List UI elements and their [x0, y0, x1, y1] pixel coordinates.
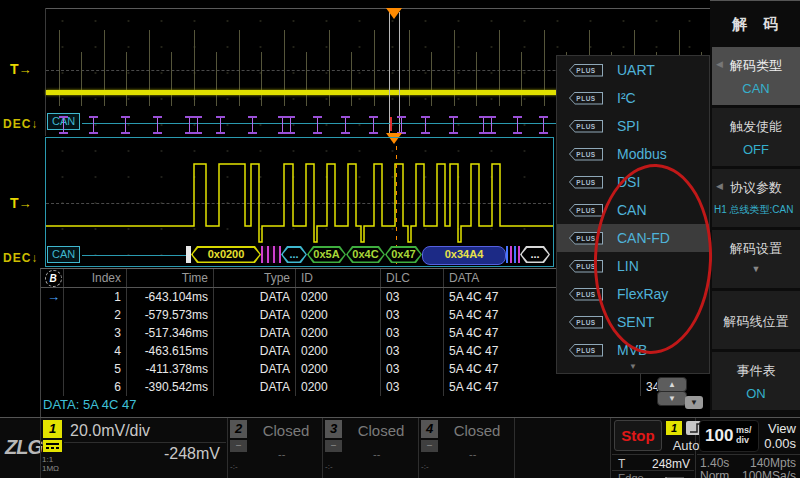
decode-label-zoom: DEC↓ [3, 251, 38, 265]
decoded-frame-crc: 0x34A4 [422, 246, 506, 265]
frame-value: ... [520, 246, 550, 263]
table-cell: 2 [64, 306, 127, 324]
decoded-packet-marker [513, 116, 522, 134]
channel2-offset-dash: -- [278, 448, 285, 460]
plus-badge-icon: PLUS [569, 344, 603, 357]
channel3-block[interactable]: 3–Closed---:- [323, 418, 417, 478]
sidebar-item-value: OFF [712, 142, 800, 157]
table-footer-data: DATA: 5A 4C 47 [43, 397, 136, 412]
menu-item-label: Modbus [617, 146, 667, 162]
table-cell: 4 [64, 342, 127, 360]
decoded-frame-data: 0x5A [307, 246, 346, 263]
selected-row-arrow-icon: → [44, 289, 60, 304]
row-marker-cell [41, 360, 64, 378]
table-row[interactable]: 6-390.542msDATA0200035A 4C 4734A4 [41, 378, 711, 396]
table-cell: -517.346ms [127, 324, 214, 342]
table-page-down-button[interactable]: ▼ [685, 396, 703, 409]
plus-badge-icon: PLUS [569, 316, 603, 329]
plus-badge-text: PLUS [570, 65, 602, 76]
trigger-level-value: 248mV [630, 457, 690, 471]
menu-item-modbus[interactable]: PLUSModbus [557, 140, 709, 168]
column-header: ID [296, 269, 381, 287]
table-cell: 1 [64, 288, 127, 306]
sample-rate: 100MSa/s [730, 469, 796, 478]
table-cell: 03 [381, 288, 444, 306]
table-cell: 03 [381, 360, 444, 378]
decoded-packet-marker [59, 116, 68, 134]
signal-spike [306, 52, 307, 106]
decoded-packet-marker [216, 116, 225, 134]
waveform-area: CAN CAN 0x0200...0x5A0x4C0x470x34A4... T… [0, 0, 710, 417]
decoded-frame-stripe-m [261, 246, 281, 263]
decoded-packet-marker [153, 116, 162, 134]
channel3-closed-label: Closed [351, 422, 411, 439]
column-header: Time [127, 269, 214, 287]
plus-badge-text: PLUS [570, 205, 602, 216]
decoded-frame-dots-white: ... [520, 246, 550, 263]
table-scroll-up-button[interactable]: ▲ [657, 377, 687, 392]
table-cell: 0200 [296, 324, 381, 342]
sidebar-item-label: 解码类型 [712, 57, 800, 75]
channel1-offset: -248mV [64, 445, 220, 463]
trigger-marker-top-icon[interactable] [386, 8, 402, 19]
sidebar-item-decode-line-position[interactable]: 解码线位置 [712, 291, 800, 349]
table-cell: 03 [381, 378, 444, 396]
trigger-level-label: T [618, 457, 625, 471]
table-cell: 6 [64, 378, 127, 396]
trigger-level-label-zoom: T→ [10, 195, 32, 211]
sidebar-item-trigger-enable[interactable]: 触发使能OFF [712, 108, 800, 166]
frame-value: ... [281, 246, 307, 263]
run-stop-status[interactable]: Stop [614, 420, 662, 451]
table-cell: -463.615ms [127, 342, 214, 360]
plus-badge-text: PLUS [570, 93, 602, 104]
sidebar-item-event-table[interactable]: 事件表ON [712, 352, 800, 410]
sidebar-item-value: H1 总线类型:CAN [712, 203, 800, 217]
signal-spike [81, 52, 82, 106]
decoded-frame-id: 0x0200 [191, 246, 261, 263]
sidebar-item-protocol-params[interactable]: ◀协议参数H1 总线类型:CAN [712, 169, 800, 227]
decode-frames-line [82, 255, 186, 256]
sidebar-item-label: 协议参数 [712, 179, 800, 197]
column-header: Index [64, 269, 127, 287]
decoded-packet-marker [313, 116, 322, 134]
sidebar-item-decode-settings[interactable]: 解码设置▼ [712, 230, 800, 288]
table-cell: 0200 [296, 342, 381, 360]
plus-badge-icon: PLUS [569, 204, 603, 217]
sidebar-item-decode-type[interactable]: ◀解码类型CAN [712, 47, 800, 105]
menu-item-spi[interactable]: PLUSSPI [557, 112, 709, 140]
table-cell: -390.542ms [127, 378, 214, 396]
channel3-badge: 3 [325, 420, 342, 438]
channel4-block[interactable]: 4–Closed---:- [419, 418, 513, 478]
menu-item-label: SPI [617, 118, 640, 134]
table-cell: DATA [214, 288, 296, 306]
channel2-block[interactable]: 2–Closed---:- [228, 418, 322, 478]
channel2-closed-label: Closed [256, 422, 316, 439]
menu-item-label: I²C [617, 90, 636, 106]
row-marker-cell [41, 378, 64, 396]
table-scroll-down-button[interactable]: ▼ [657, 391, 687, 406]
signal-spike [476, 52, 477, 106]
trigger-position-tick [390, 117, 392, 131]
sidebar-item-label: 事件表 [712, 362, 800, 380]
menu-more-icon[interactable]: ▼ [557, 362, 709, 371]
channel3-offset-dash: -- [373, 448, 380, 460]
plus-badge-text: PLUS [570, 121, 602, 132]
trigger-source-badge: 1 [666, 421, 682, 435]
row-marker-cell [41, 324, 64, 342]
channel1-badge: 1 [43, 420, 62, 438]
table-cell: -643.104ms [127, 288, 214, 306]
bus-icon: B [45, 270, 62, 287]
menu-item-label: UART [617, 62, 655, 78]
frame-value: 0x47 [385, 246, 422, 263]
menu-item-uart[interactable]: PLUSUART [557, 56, 709, 84]
frame-value: 0x4C [346, 246, 385, 263]
bus-label-can-zoom: CAN [47, 246, 80, 263]
table-cell: 0200 [296, 306, 381, 324]
menu-item-i-c[interactable]: PLUSI²C [557, 84, 709, 112]
decoded-packet-marker [89, 116, 98, 134]
table-cell: -579.573ms [127, 306, 214, 324]
view-label: View [758, 421, 796, 436]
table-cell: 03 [381, 324, 444, 342]
trigger-level-label-overview: T→ [10, 61, 32, 77]
acquisition-mode: Norm [700, 469, 729, 478]
